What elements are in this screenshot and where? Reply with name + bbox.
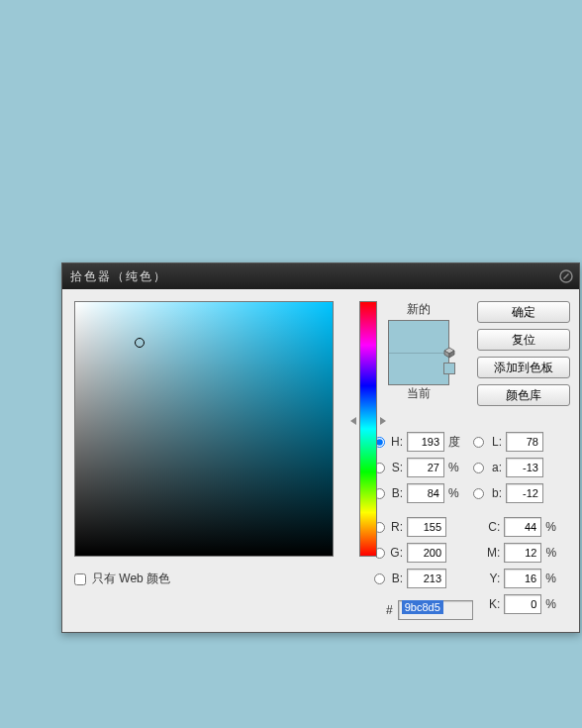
g-input[interactable] — [407, 543, 446, 563]
k-row: K: % — [473, 592, 562, 616]
a-row: a: — [473, 456, 562, 479]
web-only-label: 只有 Web 颜色 — [92, 571, 170, 587]
current-color-label: 当前 — [374, 385, 463, 402]
y-label: Y: — [487, 572, 500, 585]
color-libraries-button[interactable]: 颜色库 — [477, 384, 570, 406]
bv-input[interactable] — [407, 483, 444, 503]
r-input[interactable] — [407, 517, 446, 537]
bv-row: B: % — [374, 481, 473, 505]
g-label: G: — [389, 546, 403, 560]
b-row: b: — [473, 481, 562, 505]
top-row: 新的 当前 确定 复位 添加到色板 颜色库 — [374, 301, 570, 406]
right-panel: 新的 当前 确定 复位 添加到色板 颜色库 — [374, 301, 570, 620]
picker-cursor-icon — [135, 338, 145, 348]
g-row: G: — [374, 541, 473, 565]
hash-label: # — [386, 603, 393, 617]
r-label: R: — [389, 520, 403, 534]
y-row: Y: % — [473, 567, 562, 590]
web-only-checkbox[interactable] — [74, 573, 86, 585]
a-label: a: — [488, 461, 502, 474]
m-label: M: — [487, 546, 500, 560]
pct-m: % — [545, 546, 562, 560]
l-row: L: — [473, 430, 562, 454]
pct-y: % — [545, 572, 562, 585]
m-input[interactable] — [504, 543, 541, 563]
a-radio[interactable] — [473, 463, 484, 473]
s-row: S: % — [374, 456, 473, 479]
new-color-label: 新的 — [374, 301, 463, 318]
m-row: M: % — [473, 541, 562, 565]
ok-button[interactable]: 确定 — [477, 301, 570, 323]
left-panel: 只有 Web 颜色 — [74, 301, 362, 620]
hex-row: # 9bc8d5 — [386, 600, 473, 620]
color-swatch[interactable] — [388, 320, 449, 385]
b-label: b: — [488, 486, 502, 500]
b-input[interactable] — [506, 483, 543, 503]
h-row: H: 度 — [374, 430, 473, 454]
color-picker-dialog: 拾色器（纯色） 只有 Web 颜色 — [61, 262, 580, 633]
pct-k: % — [545, 597, 562, 611]
fields-area: H: 度 S: % B: % — [374, 430, 570, 620]
bb-row: B: — [374, 567, 473, 590]
s-label: S: — [389, 461, 403, 474]
y-input[interactable] — [504, 569, 541, 588]
s-input[interactable] — [407, 458, 444, 477]
pct-unit: % — [448, 461, 466, 474]
bb-radio[interactable] — [374, 573, 385, 584]
c-label: C: — [487, 520, 500, 534]
k-label: K: — [487, 597, 500, 611]
hex-input[interactable]: 9bc8d5 — [398, 600, 473, 620]
color-field[interactable] — [74, 301, 334, 557]
cube-icon[interactable] — [443, 347, 455, 359]
h-label: H: — [389, 435, 403, 449]
c-row: C: % — [473, 515, 562, 539]
l-input[interactable] — [506, 432, 543, 452]
dialog-title: 拾色器（纯色） — [70, 268, 167, 285]
bb-label: B: — [389, 572, 403, 585]
l-radio[interactable] — [473, 437, 484, 448]
l-label: L: — [488, 435, 502, 449]
h-input[interactable] — [407, 432, 444, 452]
b-radio[interactable] — [473, 488, 484, 499]
a-input[interactable] — [506, 458, 543, 477]
add-swatch-button[interactable]: 添加到色板 — [477, 357, 570, 378]
web-only-row: 只有 Web 颜色 — [74, 571, 362, 587]
r-row: R: — [374, 515, 473, 539]
deg-unit: 度 — [448, 434, 466, 451]
pct-c: % — [545, 520, 562, 534]
pct-unit-2: % — [448, 486, 466, 500]
dialog-content: 只有 Web 颜色 新的 当前 — [62, 289, 579, 632]
c-input[interactable] — [504, 517, 541, 537]
close-icon[interactable] — [559, 269, 573, 283]
bb-input[interactable] — [407, 569, 446, 588]
bv-label: B: — [389, 486, 403, 500]
dialog-titlebar[interactable]: 拾色器（纯色） — [62, 263, 579, 289]
button-column: 确定 复位 添加到色板 颜色库 — [477, 301, 570, 406]
reset-button[interactable]: 复位 — [477, 329, 570, 351]
svg-line-1 — [564, 274, 569, 279]
mini-swatch[interactable] — [443, 363, 455, 374]
k-input[interactable] — [504, 594, 541, 614]
